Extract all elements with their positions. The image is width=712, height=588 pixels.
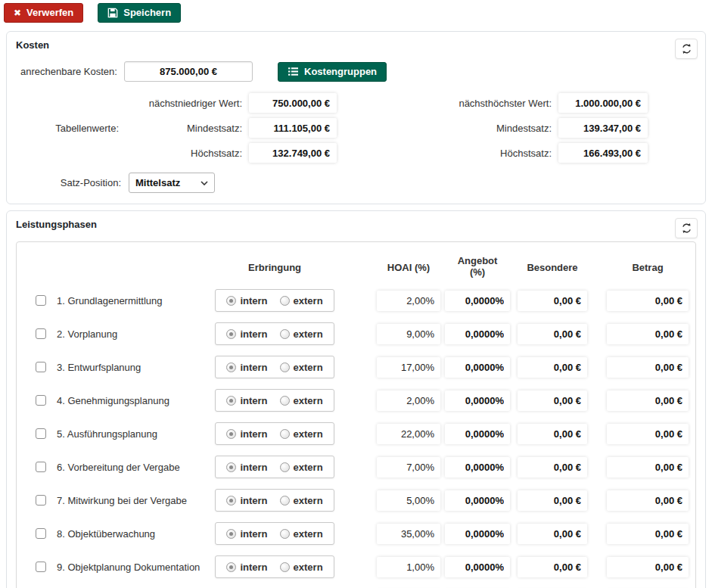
erbringung-group: intern extern xyxy=(215,389,334,412)
phase-label: 9. Objektplanung Dokumentation xyxy=(52,562,207,573)
phase-row: 5. Ausführungsplanung intern extern 22,0… xyxy=(23,422,689,445)
angebot-percent-input[interactable] xyxy=(445,490,510,511)
save-button[interactable]: Speichern xyxy=(98,3,181,23)
phase-checkbox[interactable] xyxy=(36,362,46,372)
phase-checkbox[interactable] xyxy=(36,462,46,472)
anrechenbare-kosten-label: anrechenbare Kosten: xyxy=(20,66,124,77)
extern-label: extern xyxy=(294,462,323,473)
phase-row: 1. Grundlagenermittlung intern extern 2,… xyxy=(23,289,689,312)
radio-icon xyxy=(280,296,290,306)
kostengruppen-button[interactable]: Kostengruppen xyxy=(278,62,387,82)
tabellenwerte-label: Tabellenwerte: xyxy=(16,123,122,134)
besondere-input[interactable] xyxy=(518,324,587,344)
intern-radio[interactable]: intern xyxy=(226,462,267,473)
intern-label: intern xyxy=(240,528,267,540)
satz-position-label: Satz-Position: xyxy=(16,177,124,188)
radio-icon xyxy=(280,362,290,372)
phase-checkbox[interactable] xyxy=(36,295,46,306)
phase-rows: 1. Grundlagenermittlung intern extern 2,… xyxy=(23,289,689,578)
phase-checkbox[interactable] xyxy=(36,528,46,539)
phase-checkbox[interactable] xyxy=(36,562,46,572)
phase-row: 2. Vorplanung intern extern 9,00% 0,00 € xyxy=(23,322,689,345)
anrechenbare-kosten-input[interactable] xyxy=(124,61,253,82)
extern-radio[interactable]: extern xyxy=(280,462,323,473)
phase-label: 4. Genehmigungsplanung xyxy=(52,395,207,406)
phase-row: 3. Entwurfsplanung intern extern 17,00% … xyxy=(23,356,689,378)
intern-label: intern xyxy=(240,395,267,406)
phase-checkbox[interactable] xyxy=(36,495,46,506)
extern-label: extern xyxy=(294,295,323,306)
angebot-percent-input[interactable] xyxy=(445,390,510,411)
intern-radio[interactable]: intern xyxy=(226,362,267,373)
extern-radio[interactable]: extern xyxy=(280,562,323,573)
besondere-input[interactable] xyxy=(518,357,587,378)
intern-radio[interactable]: intern xyxy=(226,528,267,540)
hoechstsatz-right-label: Höchstsatz: xyxy=(340,148,555,159)
intern-label: intern xyxy=(240,495,267,506)
besondere-input[interactable] xyxy=(518,557,587,577)
refresh-icon xyxy=(681,43,692,54)
angebot-percent-input[interactable] xyxy=(445,424,510,444)
extern-radio[interactable]: extern xyxy=(280,428,323,440)
intern-radio[interactable]: intern xyxy=(226,562,267,573)
phase-row: 4. Genehmigungsplanung intern extern 2,0… xyxy=(23,389,689,412)
intern-radio[interactable]: intern xyxy=(226,295,267,306)
naechsthoechster-wert-label: nächsthöchster Wert: xyxy=(340,98,555,109)
besondere-input[interactable] xyxy=(518,457,587,478)
phase-row: 8. Objektüberwachung intern extern 35,00… xyxy=(23,522,689,545)
extern-radio[interactable]: extern xyxy=(280,295,323,306)
phase-checkbox[interactable] xyxy=(36,328,46,339)
kosten-panel: Kosten anrechenbare Kosten: xyxy=(6,31,706,204)
extern-radio[interactable]: extern xyxy=(280,495,323,506)
extern-label: extern xyxy=(294,495,323,506)
angebot-percent-input[interactable] xyxy=(445,524,510,544)
kosten-refresh-button[interactable] xyxy=(675,39,698,59)
erbringung-group: intern extern xyxy=(215,356,334,378)
intern-radio[interactable]: intern xyxy=(226,395,267,406)
radio-icon xyxy=(226,529,236,539)
erbringung-group: intern extern xyxy=(215,489,334,512)
intern-radio[interactable]: intern xyxy=(226,495,267,506)
phase-label: 6. Vorbereitung der Vergabe xyxy=(52,462,207,473)
radio-icon xyxy=(226,296,236,306)
header-angebot: Angebot (%) xyxy=(453,256,502,278)
besondere-input[interactable] xyxy=(518,424,587,444)
phase-checkbox[interactable] xyxy=(36,395,46,406)
angebot-percent-input[interactable] xyxy=(445,324,510,344)
betrag-field: 0,00 € xyxy=(607,357,689,378)
angebot-percent-input[interactable] xyxy=(445,357,510,378)
leistungsphasen-refresh-button[interactable] xyxy=(675,218,698,238)
tabellenwerte-grid: nächstniedriger Wert: 750.000,00 € nächs… xyxy=(16,93,696,163)
phase-checkbox[interactable] xyxy=(36,428,46,439)
besondere-input[interactable] xyxy=(518,291,587,311)
extern-radio[interactable]: extern xyxy=(280,528,323,540)
discard-button[interactable]: ✖ Verwerfen xyxy=(4,3,83,23)
intern-radio[interactable]: intern xyxy=(226,328,267,340)
discard-button-label: Verwerfen xyxy=(26,7,73,19)
angebot-percent-input[interactable] xyxy=(445,291,510,311)
erbringung-group: intern extern xyxy=(215,522,334,545)
extern-radio[interactable]: extern xyxy=(280,362,323,373)
extern-label: extern xyxy=(294,395,323,406)
intern-radio[interactable]: intern xyxy=(226,428,267,440)
kosten-panel-title: Kosten xyxy=(16,39,696,51)
besondere-input[interactable] xyxy=(518,390,587,411)
angebot-percent-input[interactable] xyxy=(445,557,510,577)
radio-icon xyxy=(280,462,290,472)
satz-position-select[interactable]: Mittelsatz xyxy=(129,173,215,193)
besondere-input[interactable] xyxy=(518,490,587,511)
angebot-percent-input[interactable] xyxy=(445,457,510,478)
leistungsphasen-table: Erbringung HOAI (%) Angebot (%) Besonder… xyxy=(16,241,696,588)
extern-label: extern xyxy=(294,428,323,440)
extern-radio[interactable]: extern xyxy=(280,328,323,340)
betrag-field: 0,00 € xyxy=(607,291,689,311)
header-besondere: Besondere xyxy=(518,262,587,273)
extern-radio[interactable]: extern xyxy=(280,395,323,406)
besondere-input[interactable] xyxy=(518,524,587,544)
toolbar: ✖ Verwerfen Speichern xyxy=(0,0,712,26)
hoai-percent-field: 7,00% xyxy=(377,457,440,478)
phase-label: 7. Mitwirkung bei der Vergabe xyxy=(52,495,207,506)
mindestsatz-right-label: Mindestsatz: xyxy=(340,123,555,134)
hoechstsatz-right-value: 166.493,00 € xyxy=(558,143,648,163)
table-header-row: Erbringung HOAI (%) Angebot (%) Besonder… xyxy=(23,256,689,278)
